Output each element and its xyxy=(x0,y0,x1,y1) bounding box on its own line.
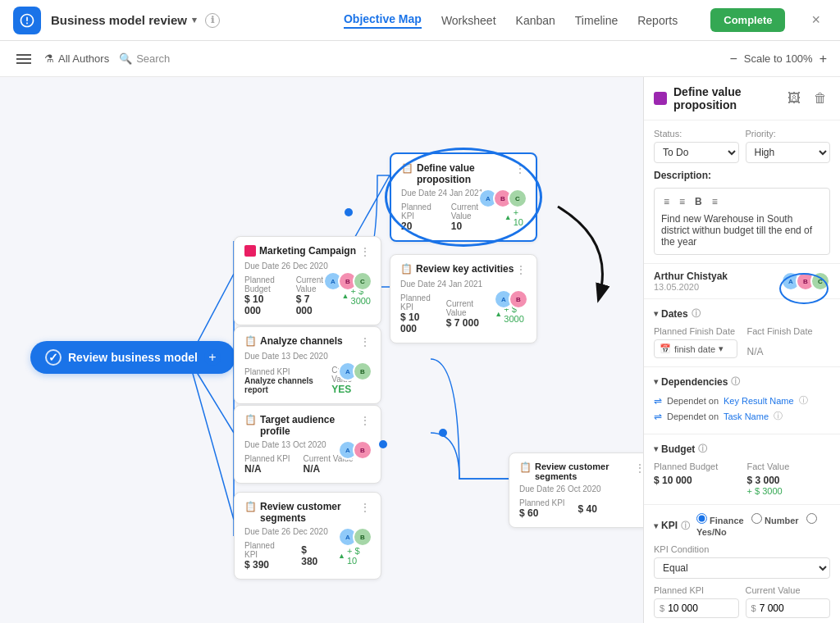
avatar: B xyxy=(509,289,528,309)
dep-link-2[interactable]: Task Name xyxy=(724,412,769,421)
card-review-seg1: 📋 Review customer segments ⋮ Due Date 26… xyxy=(234,492,381,580)
current-value-input[interactable]: $ 7 000 xyxy=(746,598,831,618)
avatar: C xyxy=(353,271,372,291)
nav-kanban[interactable]: Kanban xyxy=(516,14,555,27)
dollar-icon-2: $ xyxy=(751,603,756,613)
budget-row: Planned Budget $ 10 000 Fact Value $ 3 0… xyxy=(654,462,830,496)
card-define: 📋 Define value proposition ⋮ Due Date 24… xyxy=(390,152,537,242)
complete-button[interactable]: Complete xyxy=(710,8,785,32)
dep-link-1[interactable]: Key Result Name xyxy=(724,396,794,406)
search-icon: 🔍 xyxy=(119,52,132,65)
dates-toggle[interactable]: ▾ xyxy=(654,309,658,318)
kpi-condition-label: KPI Condition xyxy=(654,544,830,554)
card-title: Review customer segments xyxy=(535,462,634,481)
search-area[interactable]: 🔍 Search xyxy=(119,52,170,65)
nav-worksheet[interactable]: Worksheet xyxy=(441,14,496,27)
scale-control: − Scale to 100% + xyxy=(729,52,827,66)
nav-objective-map[interactable]: Objective Map xyxy=(344,12,422,29)
panel-gallery-icon[interactable]: 🖼 xyxy=(784,89,804,107)
card-target: 📋 Target audience profile ⋮ Due Date 13 … xyxy=(234,405,381,484)
kpi-toggle[interactable]: ▾ xyxy=(654,521,658,530)
panel-title: Define value proposition xyxy=(673,85,778,111)
main-content: ✓ Review business model + Marketing Camp… xyxy=(0,77,840,623)
kpi-condition-select[interactable]: Equal xyxy=(654,557,830,579)
menu-button[interactable] xyxy=(13,48,34,70)
start-node-label: Review business model xyxy=(68,351,198,364)
align-center-btn[interactable]: ≡ xyxy=(677,195,687,208)
dep2-info-icon[interactable]: ⓘ xyxy=(774,410,783,422)
planned-kpi-label: Planned KPI xyxy=(654,585,739,595)
card-title: Review customer segments xyxy=(260,501,359,524)
info-icon[interactable]: ℹ xyxy=(205,13,220,28)
add-child-button[interactable]: + xyxy=(204,349,221,366)
more-icon[interactable]: ⋮ xyxy=(515,263,527,276)
panel-trash-icon[interactable]: 🗑 xyxy=(810,89,830,107)
dep1-info-icon[interactable]: ⓘ xyxy=(799,394,808,407)
budget-info-icon[interactable]: ⓘ xyxy=(698,443,707,455)
planned-budget-value: $ 10 000 xyxy=(654,475,737,486)
card-delta: + $ 10 xyxy=(338,546,371,566)
close-button[interactable]: × xyxy=(805,8,827,32)
chevron-down-icon: ▾ xyxy=(719,343,724,354)
canvas-area: ✓ Review business model + Marketing Camp… xyxy=(0,77,643,623)
avatar: B xyxy=(353,362,372,381)
dates-section: ▾ Dates ⓘ Planned Finish Date 📅 finish d… xyxy=(644,299,840,367)
card-analyze: 📋 Analyze channels ⋮ Due Date 13 Dec 202… xyxy=(234,326,381,404)
fact-budget-value: $ 3 000 xyxy=(747,475,831,486)
avatar: C xyxy=(810,271,830,291)
budget-toggle[interactable]: ▾ xyxy=(654,444,658,453)
marketing-accent-icon xyxy=(244,245,256,257)
logo-button[interactable] xyxy=(13,7,41,34)
dep-icon-2: ⇌ xyxy=(654,411,662,422)
nav-timeline[interactable]: Timeline xyxy=(575,14,618,27)
fact-finish-value: N/A xyxy=(747,339,831,357)
dollar-icon: $ xyxy=(660,603,664,613)
budget-delta: + $ 3000 xyxy=(747,486,831,496)
kpi-radios: Finance Number Yes/No xyxy=(696,513,830,538)
description-text: Find new Warehouse in South district wit… xyxy=(661,213,823,248)
dep-icon-1: ⇌ xyxy=(654,395,662,407)
more-icon[interactable]: ⋮ xyxy=(514,162,526,175)
planned-finish-button[interactable]: 📅 finish date ▾ xyxy=(654,339,737,358)
planned-kpi-input[interactable]: $ 10 000 xyxy=(654,598,739,618)
align-left-btn[interactable]: ≡ xyxy=(661,195,672,208)
zoom-out-button[interactable]: − xyxy=(729,52,737,66)
start-node[interactable]: ✓ Review business model + xyxy=(30,341,235,374)
priority-select[interactable]: High xyxy=(746,142,831,163)
author-card: Arthur Chistyak 13.05.2020 A B C xyxy=(644,264,840,299)
more-icon[interactable]: ⋮ xyxy=(359,414,371,427)
kpi-finance-radio[interactable]: Finance xyxy=(696,516,744,525)
status-label: Status: xyxy=(654,129,739,139)
card-title: Target audience profile xyxy=(260,414,359,437)
svg-point-6 xyxy=(345,208,353,216)
task-icon: 📋 xyxy=(244,335,257,347)
kpi-number-radio[interactable]: Number xyxy=(751,516,799,525)
more-icon[interactable]: ⋮ xyxy=(359,335,371,348)
dep-info-icon[interactable]: ⓘ xyxy=(731,375,740,388)
task-icon: 📋 xyxy=(244,414,257,425)
author-name: Arthur Chistyak xyxy=(654,271,774,282)
dep-toggle[interactable]: ▾ xyxy=(654,377,658,386)
card-delta: + 10 xyxy=(504,207,526,227)
more-icon[interactable]: ⋮ xyxy=(634,462,643,475)
filter-authors-button[interactable]: ⚗ All Authors xyxy=(44,52,109,65)
card-title: Define value proposition xyxy=(417,162,514,185)
card-title: Review key activities xyxy=(416,263,515,275)
status-select[interactable]: To Do xyxy=(654,142,739,163)
nav-reports[interactable]: Reports xyxy=(637,14,678,27)
kpi-inputs-row: Planned KPI $ 10 000 Current Value $ 7 0… xyxy=(654,585,830,618)
more-icon[interactable]: ⋮ xyxy=(359,245,371,258)
top-nav: Objective Map Worksheet Kanban Timeline … xyxy=(344,8,827,32)
kpi-condition-row: KPI Condition Equal xyxy=(654,544,830,579)
more-icon[interactable]: ⋮ xyxy=(359,501,371,514)
card-date: Due Date 24 Jan 2021 xyxy=(400,280,527,289)
zoom-in-button[interactable]: + xyxy=(819,52,827,66)
bold-btn[interactable]: B xyxy=(692,195,705,208)
avatar: B xyxy=(353,440,372,460)
author-avatars: A B C xyxy=(781,271,830,291)
start-icon: ✓ xyxy=(45,349,62,366)
card-date: Due Date 26 Oct 2020 xyxy=(519,484,643,493)
kpi-info-icon[interactable]: ⓘ xyxy=(681,520,690,532)
list-btn[interactable]: ≡ xyxy=(710,195,720,208)
dates-info-icon[interactable]: ⓘ xyxy=(692,307,701,320)
